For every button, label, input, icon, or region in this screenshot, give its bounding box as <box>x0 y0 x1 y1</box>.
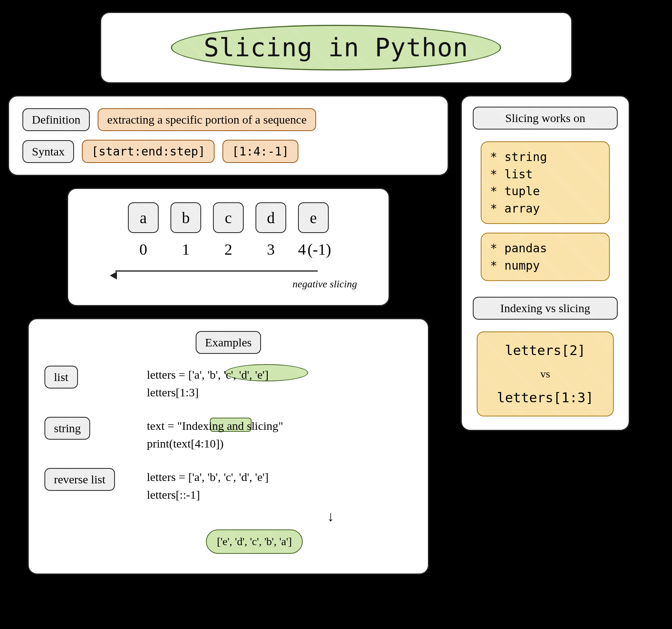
index-val: 4 <box>298 240 306 258</box>
examples-panel: Examples list letters = ['a', 'b', 'c', … <box>28 318 429 575</box>
arrow-left-icon <box>110 272 117 279</box>
letters-row: a b c d e <box>84 202 373 233</box>
syntax-example: [1:4:-1] <box>222 140 298 163</box>
example-list: list letters = ['a', 'b', 'c', 'd', 'e']… <box>44 366 412 401</box>
example-reverse-label: reverse list <box>44 468 115 491</box>
works-on-group2: * pandas * numpy <box>481 233 610 281</box>
example-reverse: reverse list letters = ['a', 'b', 'c', '… <box>44 468 412 554</box>
definition-syntax-panel: Definition extracting a specific portion… <box>8 95 449 176</box>
list-item: * numpy <box>490 257 600 274</box>
example-list-line2: letters[1:3] <box>147 383 412 401</box>
negative-arrow: negative slicing <box>84 270 373 294</box>
definition-label: Definition <box>22 108 90 131</box>
negative-slicing-label: negative slicing <box>292 278 357 290</box>
list-item: * tuple <box>490 183 600 200</box>
example-list-label: list <box>44 366 78 388</box>
list-item: * string <box>490 148 600 166</box>
example-string-line2: print(text[4:10]) <box>147 435 412 452</box>
example-reverse-line2: letters[::-1] <box>147 486 412 503</box>
index-cell: 2 <box>213 240 244 259</box>
letter-box: a <box>128 202 159 233</box>
title-ellipse: Slicing in Python <box>171 25 501 70</box>
letter-box: d <box>255 202 286 233</box>
example-string: string text = "Indexing and slicing" pri… <box>44 417 412 452</box>
indexing-vs-slicing-heading: Indexing vs slicing <box>473 297 618 320</box>
example-reverse-line1: letters = ['a', 'b', 'c', 'd', 'e'] <box>147 468 412 486</box>
example-list-line1: letters = ['a', 'b', 'c', 'd', 'e'] <box>147 366 412 383</box>
works-on-heading: Slicing works on <box>473 107 618 130</box>
syntax-label: Syntax <box>22 140 74 163</box>
works-on-panel: Slicing works on * string * list * tuple… <box>461 95 630 431</box>
definition-text: extracting a specific portion of a seque… <box>98 108 316 131</box>
arrow-down-icon: ↓ <box>249 506 412 527</box>
title-panel: Slicing in Python <box>100 12 572 83</box>
example-string-label: string <box>44 417 90 440</box>
indexing-vs-slicing-block: letters[2] vs letters[1:3] <box>477 331 614 416</box>
index-row: 0 1 2 3 4(-1) <box>84 240 373 259</box>
list-item: * list <box>490 166 600 183</box>
page-title: Slicing in Python <box>204 33 468 62</box>
index-cell: 1 <box>170 240 201 259</box>
vs-label: vs <box>485 368 605 380</box>
works-on-group1: * string * list * tuple * array <box>481 141 610 224</box>
examples-heading: Examples <box>196 331 261 354</box>
index-cell: 3 <box>255 240 286 259</box>
example-reverse-result: ['e', 'd', 'c', 'b', 'a'] <box>206 529 303 554</box>
letter-box: b <box>170 202 201 233</box>
example-string-line1: text = "Indexing and slicing" <box>147 417 412 435</box>
letter-box: e <box>298 202 329 233</box>
syntax-pattern: [start:end:step] <box>82 140 215 163</box>
list-item: * array <box>490 200 600 217</box>
negative-suffix: (-1) <box>307 240 331 258</box>
index-cell: 0 <box>128 240 159 259</box>
letter-box: c <box>213 202 244 233</box>
index-cell: 4(-1) <box>298 240 329 259</box>
letters-panel: a b c d e 0 1 2 3 4(-1) negative slicing <box>67 188 390 306</box>
indexing-example: letters[2] <box>485 342 605 358</box>
slicing-example: letters[1:3] <box>485 390 605 405</box>
list-item: * pandas <box>490 240 600 257</box>
